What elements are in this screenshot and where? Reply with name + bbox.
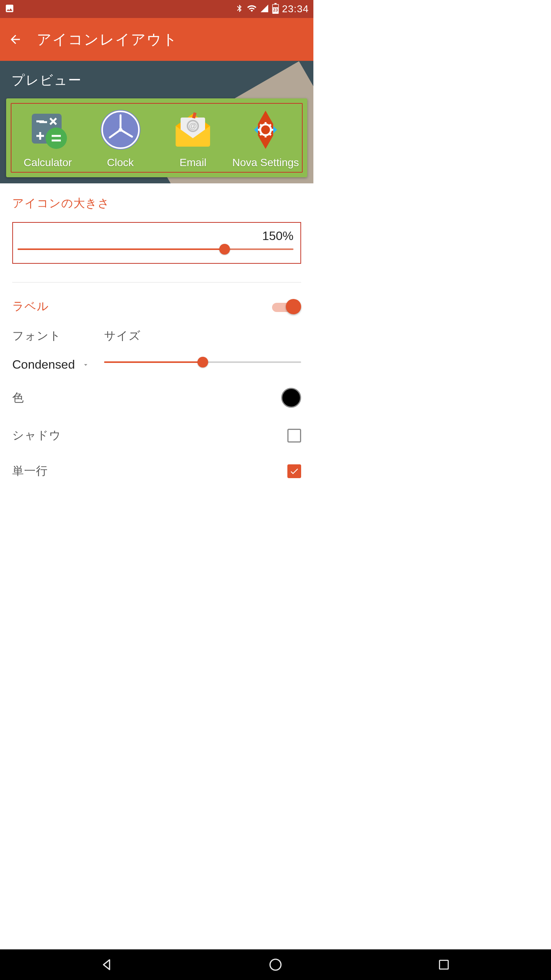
svg-rect-1 [274, 3, 277, 4]
svg-line-32 [269, 134, 271, 135]
email-icon: @ [170, 107, 216, 153]
calculator-icon [25, 107, 71, 153]
svg-text:@: @ [189, 121, 197, 131]
settings-content: アイコンの大きさ 150% ラベル フォント Condensed サイズ [0, 183, 313, 479]
status-right: 23 23:34 [235, 3, 309, 15]
icon-size-title: アイコンの大きさ [12, 196, 301, 211]
arrow-back-icon [8, 33, 22, 46]
color-swatch[interactable] [281, 388, 301, 408]
size-column: サイズ [104, 328, 301, 372]
single-line-row[interactable]: 単一行 [12, 463, 301, 479]
preview-app-email: @ Email [157, 107, 230, 169]
preview-app-nova: Nova Settings [229, 107, 302, 169]
status-time: 23:34 [282, 3, 309, 15]
image-icon [5, 3, 15, 15]
svg-point-11 [46, 127, 67, 149]
battery-icon: 23 [272, 3, 279, 15]
page-title: アイコンレイアウト [37, 30, 178, 49]
font-column: フォント Condensed [12, 328, 96, 372]
wifi-icon [247, 3, 257, 15]
back-button[interactable] [8, 32, 23, 47]
shadow-checkbox[interactable] [287, 429, 301, 443]
bluetooth-icon [235, 4, 244, 14]
color-label: 色 [12, 390, 24, 406]
app-label: Calculator [24, 157, 72, 169]
chevron-down-icon [82, 361, 90, 369]
size-label: サイズ [104, 328, 301, 344]
preview-inner: Calculator Clock [11, 103, 303, 173]
clock-icon [98, 107, 143, 153]
divider [12, 282, 301, 283]
font-dropdown[interactable]: Condensed [12, 358, 96, 372]
preview-label: プレビュー [11, 72, 307, 89]
app-label: Nova Settings [232, 157, 299, 169]
svg-line-31 [260, 124, 262, 126]
svg-line-34 [260, 134, 262, 135]
signal-icon [260, 4, 269, 15]
app-bar: アイコンレイアウト [0, 18, 313, 61]
preview-section: プレビュー [0, 61, 313, 183]
status-bar: 23 23:34 [0, 0, 313, 18]
preview-app-clock: Clock [84, 107, 157, 169]
app-label: Clock [107, 157, 134, 169]
font-label: フォント [12, 328, 96, 344]
icon-size-slider[interactable] [18, 245, 293, 254]
svg-rect-2 [273, 5, 278, 7]
app-label: Email [179, 157, 206, 169]
preview-box: Calculator Clock [6, 98, 307, 177]
font-value: Condensed [12, 358, 75, 372]
label-header-row: ラベル [12, 299, 301, 314]
nova-settings-icon [243, 107, 289, 153]
shadow-row[interactable]: シャドウ [12, 428, 301, 443]
single-line-checkbox[interactable] [287, 464, 301, 478]
preview-app-calculator: Calculator [11, 107, 84, 169]
battery-day-label: 23 [273, 8, 278, 12]
label-toggle[interactable] [272, 299, 301, 314]
label-title: ラベル [12, 299, 49, 314]
icon-size-value: 150% [18, 229, 293, 243]
svg-line-33 [269, 124, 271, 126]
icon-size-box: 150% [12, 222, 301, 264]
single-line-label: 単一行 [12, 463, 48, 479]
font-size-row: フォント Condensed サイズ [12, 328, 301, 372]
label-size-slider[interactable] [104, 358, 301, 367]
svg-point-19 [119, 128, 122, 132]
check-icon [289, 466, 299, 476]
color-row[interactable]: 色 [12, 388, 301, 408]
shadow-label: シャドウ [12, 428, 61, 443]
status-left [5, 3, 15, 15]
